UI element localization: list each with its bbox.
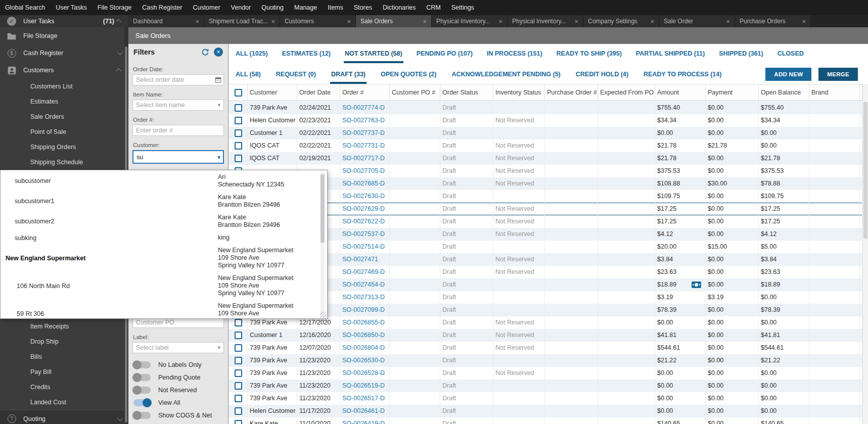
customer-suggestion-item[interactable]: 59 Rt 306 New England Supermarket 109 Sh… [1,302,327,319]
tab-close-icon[interactable]: × [802,18,806,25]
document-tab[interactable]: Sale Order × [659,15,735,27]
sidebar-subitem[interactable]: Estimates [0,94,128,109]
row-checkbox[interactable] [235,395,242,402]
column-header[interactable]: Brand [809,84,860,101]
customer-suggestion-item[interactable]: subcustomer2 Kare Kate Brantton Bilzen 2… [1,214,327,229]
item-name-input[interactable] [132,100,224,111]
filters-close-icon[interactable]: × [214,48,223,57]
caret-down-icon[interactable]: ▼ [216,154,221,160]
row-checkbox[interactable] [235,357,242,364]
sub-status-tab[interactable]: ACKNOWLEDGEMENT PENDING (5) [450,65,561,84]
column-header[interactable]: Order Date [297,84,340,101]
customer-suggestion-item[interactable]: subcustomer1 Kare Kate Brantton Bilzen 2… [1,194,327,209]
cell-order-number-link[interactable]: SO-0027099-D [340,304,390,316]
sidebar-subitem[interactable]: Bills [0,349,128,364]
tab-close-icon[interactable]: × [498,18,502,25]
cell-order-number-link[interactable]: SO-0027454-D [340,278,390,291]
sidebar-subitem[interactable]: Shipping Orders [0,139,128,155]
add-new-button[interactable]: ADD NEW [765,68,811,81]
cell-order-number-link[interactable]: SO-0026517-D [340,392,390,405]
menu-item[interactable]: Global Search [5,4,45,11]
table-row[interactable]: IQOS CAT 02/19/2021 SO-0027717-D Draft N… [229,152,862,165]
table-row[interactable]: 739 Park Ave 02/24/2021 SO-0027774-D Dra… [229,102,862,114]
sidebar-subitem[interactable]: Shipping Schedule [0,155,128,170]
customer-suggestion-item[interactable]: subcustomer Ari Schenectady NY 12345 [1,173,327,189]
row-checkbox[interactable] [235,104,242,112]
table-row[interactable]: 739 Park Ave 11/23/2020 SO-0026530-D Dra… [229,354,862,367]
customer-input[interactable] [132,150,224,164]
refresh-icon[interactable] [201,48,209,56]
sidebar-subitem[interactable]: Point of Sale [0,124,128,139]
tab-close-icon[interactable]: × [271,18,275,25]
cell-order-number-link[interactable]: SO-0026419-D [340,417,390,424]
sidebar-item-file-storage[interactable]: File Storage [0,27,128,44]
status-tab[interactable]: SHIPPED (361) [718,44,764,63]
tab-close-icon[interactable]: × [347,18,351,25]
menu-item[interactable]: Items [328,4,343,11]
document-tab[interactable]: Dashboard × [128,15,204,27]
row-checkbox[interactable] [235,129,242,137]
sidebar-item-cash-register[interactable]: $ Cash Register [0,44,128,62]
document-tab[interactable]: Sale Orders × [356,15,432,27]
menu-item[interactable]: Cash Register [142,4,182,11]
tab-close-icon[interactable]: × [423,18,427,25]
sidebar-item-quoting[interactable]: ? Quoting [0,410,128,424]
document-tab[interactable]: Company Settings × [583,15,659,27]
table-row[interactable]: 739 Park Ave 11/23/2020 SO-0026528-D Dra… [229,367,862,380]
sub-status-tab[interactable]: DRAFT (33) [330,65,367,84]
cell-order-number-link[interactable]: SO-0027774-D [340,102,390,114]
cell-order-number-link[interactable]: SO-0026528-D [340,367,390,380]
table-scrollbar[interactable] [862,84,868,424]
sidebar-subitem[interactable]: Drop Ship [0,334,128,349]
column-header[interactable]: Purchase Order # [545,84,598,101]
sidebar-item-customers[interactable]: Customers [0,62,128,79]
table-row[interactable]: Customer 1 02/22/2021 SO-0027737-D Draft… [229,127,862,139]
cell-order-number-link[interactable]: SO-0027763-D [340,114,390,127]
dropdown-scrollbar[interactable] [321,172,325,316]
sidebar-subitem[interactable]: Item Receipts [0,319,128,334]
cell-order-number-link[interactable]: SO-0027731-D [340,139,390,152]
merge-button[interactable]: MERGE [818,68,858,81]
cell-order-number-link[interactable]: SO-0026530-D [340,354,390,367]
menu-item[interactable]: CRM [426,4,440,11]
cell-order-number-link[interactable]: SO-0026461-D [340,405,390,417]
sub-status-tab[interactable]: READY TO PROCESS (14) [643,65,722,84]
column-header[interactable]: Customer PO # [390,84,440,101]
table-scrollbar-thumb[interactable] [863,102,867,239]
calendar-icon[interactable] [215,77,221,83]
status-tab[interactable]: NOT STARTED (58) [344,44,403,63]
cell-order-number-link[interactable]: SO-0027630-D [340,190,390,203]
table-row[interactable]: Helen Customer 02/23/2021 SO-0027763-D D… [229,114,862,127]
status-tab[interactable]: ESTIMATES (12) [281,44,332,63]
row-checkbox[interactable] [235,407,242,415]
sub-status-tab[interactable]: CREDIT HOLD (4) [575,65,629,84]
toggle-switch[interactable] [133,361,151,368]
document-tab[interactable]: Shipment Load Trac... × [204,15,280,27]
column-header[interactable]: Open Balance [759,84,809,101]
tab-close-icon[interactable]: × [650,18,654,25]
customer-suggestion-item[interactable]: 106 North Main Rd New England Supermarke… [1,274,327,297]
column-header[interactable]: Payment [706,84,759,101]
cell-order-number-link[interactable]: SO-0027717-D [340,152,390,165]
toggle-switch[interactable] [133,399,151,406]
row-checkbox[interactable] [235,332,242,339]
column-header[interactable]: Customer [248,84,297,101]
column-header[interactable]: Inventory Status [493,84,545,101]
row-checkbox[interactable] [235,369,242,377]
row-checkbox[interactable] [235,382,242,390]
table-row[interactable]: 739 Park Ave 12/07/2020 SO-0026804-D Dra… [229,342,862,354]
status-tab[interactable]: READY TO SHIP (395) [556,44,623,63]
cell-order-number-link[interactable]: SO-0027685-D [340,177,390,190]
column-header[interactable]: Expected From PO [598,84,655,101]
toggle-switch[interactable] [133,374,151,381]
caret-down-icon[interactable]: ▼ [217,345,221,350]
cell-order-number-link[interactable]: SO-0027514-D [340,241,390,253]
column-header[interactable]: Amount [655,84,706,101]
document-tab[interactable]: Physical Inventory... × [432,15,508,27]
dropdown-scrollbar-thumb[interactable] [321,174,325,243]
cell-order-number-link[interactable]: SO-0027469-D [340,266,390,278]
tab-close-icon[interactable]: × [195,18,199,25]
tab-close-icon[interactable]: × [574,18,578,25]
status-tab[interactable]: PARTIAL SHIPPED (11) [635,44,706,63]
status-tab[interactable]: PENDING PO (107) [416,44,474,63]
